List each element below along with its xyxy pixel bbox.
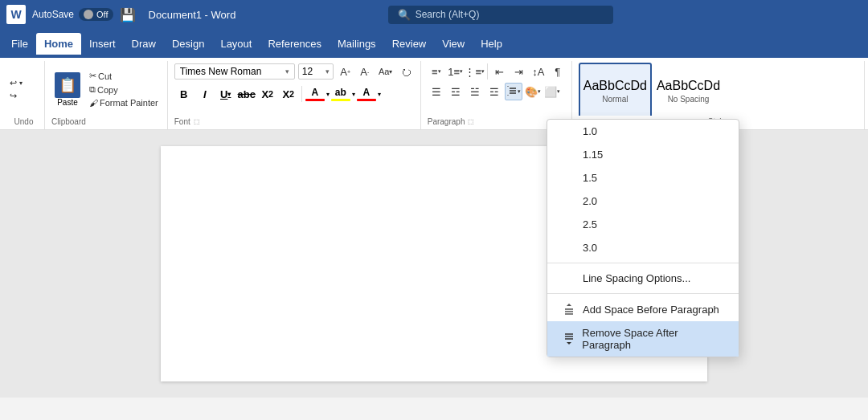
paragraph-expand-icon[interactable]: ⬚ [468, 118, 474, 125]
font-shading-button[interactable]: A [357, 84, 376, 104]
clipboard-group-label: Clipboard [51, 117, 162, 128]
line-spacing-chevron: ▾ [518, 88, 521, 95]
highlight-button[interactable]: ab [331, 84, 350, 104]
font-size-chevron: ▾ [326, 67, 330, 75]
align-left-button[interactable]: ☰ [428, 83, 445, 100]
menu-insert[interactable]: Insert [81, 33, 124, 55]
paste-button[interactable]: 📋 Paste [51, 69, 84, 110]
ls-item-3-0[interactable]: 3.0 [547, 236, 739, 259]
subscript-button[interactable]: X2 [258, 84, 277, 104]
font-family-selector[interactable]: Times New Roman ▾ [174, 63, 295, 80]
undo-chevron: ▾ [19, 80, 23, 87]
change-case-button[interactable]: Aa▾ [377, 63, 395, 80]
autosave-section: AutoSave Off [32, 8, 113, 21]
menu-mailings[interactable]: Mailings [330, 33, 384, 55]
multilevel-button[interactable]: ⋮≡▾ [466, 63, 484, 80]
justify-button[interactable]: ☲ [485, 83, 503, 100]
ls-options-label: Line Spacing Options... [583, 272, 690, 284]
save-icon[interactable]: 💾 [120, 7, 136, 22]
format-buttons: B I U▾ abc X2 X2 A ▾ ab ▾ [174, 84, 381, 104]
line-spacing-dropdown: 1.0 1.15 1.5 2.0 2.5 3.0 Line Spacing Op… [547, 119, 739, 357]
svg-marker-4 [507, 95, 509, 96]
undo-button[interactable]: ↩ ▾ [8, 77, 24, 89]
menu-draw[interactable]: Draw [124, 33, 164, 55]
clipboard-group-content: 📋 Paste ✂ Cut ⧉ Copy 🖌 Format Painter [51, 63, 162, 116]
increase-indent-button[interactable]: ⇥ [510, 63, 528, 80]
menu-home[interactable]: Home [36, 33, 81, 55]
clear-formatting-button[interactable]: ⭮ [398, 63, 416, 80]
ls-item-1-5[interactable]: 1.5 [547, 166, 739, 190]
ls-1-0-label: 1.0 [583, 125, 597, 137]
para-sep1 [487, 63, 488, 80]
autosave-toggle[interactable]: Off [79, 8, 113, 21]
ls-options-item[interactable]: Line Spacing Options... [547, 267, 739, 290]
cut-icon: ✂ [89, 71, 96, 81]
para-row1: ≡▾ 1≡▾ ⋮≡▾ ⇤ ⇥ ↕A ¶ [428, 63, 567, 80]
align-right-button[interactable]: ☱ [466, 83, 484, 100]
ls-add-before-label: Add Space Before Paragraph [583, 304, 719, 316]
ls-item-2-0[interactable]: 2.0 [547, 190, 739, 213]
ls-3-0-label: 3.0 [583, 242, 597, 254]
superscript-button[interactable]: X2 [279, 84, 298, 104]
style-no-spacing-preview: AaBbCcDd [657, 79, 720, 93]
copy-button[interactable]: ⧉ Copy [87, 84, 161, 96]
style-normal-label: Normal [602, 95, 628, 104]
clipboard-group: 📋 Paste ✂ Cut ⧉ Copy 🖌 Format Painter Cl… [47, 61, 168, 129]
borders-button[interactable]: ⬜▾ [543, 83, 561, 100]
font-expand-icon[interactable]: ⬚ [194, 118, 200, 125]
underline-button[interactable]: U▾ [216, 84, 235, 104]
ls-remove-after-item[interactable]: Remove Space After Paragraph [547, 321, 739, 357]
font-color-button[interactable]: A [305, 84, 325, 104]
cut-button[interactable]: ✂ Cut [87, 70, 161, 82]
menu-design[interactable]: Design [164, 33, 212, 55]
strikethrough-button[interactable]: abc [237, 84, 256, 104]
show-marks-button[interactable]: ¶ [549, 63, 567, 80]
ls-divider2 [547, 293, 739, 294]
menu-help[interactable]: Help [473, 33, 510, 55]
highlight-icon: ab [335, 87, 346, 98]
word-letter: W [10, 8, 21, 21]
style-normal[interactable]: AaBbCcDd Normal [579, 63, 652, 116]
menu-view[interactable]: View [434, 33, 473, 55]
font-row2: B I U▾ abc X2 X2 A ▾ ab ▾ [174, 84, 416, 104]
menu-file[interactable]: File [3, 33, 36, 55]
clipboard-right: ✂ Cut ⧉ Copy 🖌 Format Painter [85, 68, 162, 110]
font-shrink-button[interactable]: A- [356, 63, 374, 80]
menu-references[interactable]: References [260, 33, 329, 55]
menu-review[interactable]: Review [384, 33, 435, 55]
ls-2-0-label: 2.0 [583, 195, 597, 207]
paste-label: Paste [57, 98, 78, 107]
align-center-button[interactable]: ☲ [447, 83, 465, 100]
highlight-chevron[interactable]: ▾ [352, 91, 355, 98]
ls-item-1-0[interactable]: 1.0 [547, 120, 739, 143]
ls-add-before-icon [562, 303, 576, 316]
sort-button[interactable]: ↕A [530, 63, 547, 80]
font-grow-button[interactable]: A+ [337, 63, 354, 80]
format-painter-button[interactable]: 🖌 Format Painter [87, 97, 161, 108]
ls-add-before-item[interactable]: Add Space Before Paragraph [547, 297, 739, 321]
redo-button[interactable]: ↪ [8, 90, 24, 102]
ls-item-1-15[interactable]: 1.15 [547, 143, 739, 166]
shading-para-button[interactable]: 🎨▾ [524, 83, 542, 100]
undo-buttons: ↩ ▾ ↪ [8, 77, 24, 102]
search-box[interactable]: 🔍 Search (Alt+Q) [388, 6, 613, 24]
undo-icon: ↩ [10, 78, 17, 88]
decrease-indent-button[interactable]: ⇤ [491, 63, 509, 80]
ls-1-5-label: 1.5 [583, 172, 597, 184]
menubar: File Home Insert Draw Design Layout Refe… [0, 29, 868, 58]
ls-remove-after-label: Remove Space After Paragraph [582, 327, 724, 351]
ls-2-5-label: 2.5 [583, 218, 597, 230]
bold-button[interactable]: B [174, 84, 194, 104]
numbering-button[interactable]: 1≡▾ [447, 63, 465, 80]
shading-chevron[interactable]: ▾ [378, 91, 381, 98]
menu-layout[interactable]: Layout [212, 33, 260, 55]
font-size-selector[interactable]: 12 ▾ [298, 63, 334, 80]
ls-item-2-5[interactable]: 2.5 [547, 213, 739, 236]
italic-button[interactable]: I [195, 84, 215, 104]
font-color-chevron[interactable]: ▾ [326, 91, 330, 98]
style-no-spacing[interactable]: AaBbCcDd No Spacing [652, 63, 725, 116]
bullets-button[interactable]: ≡▾ [428, 63, 445, 80]
line-spacing-button[interactable]: ▾ [505, 83, 522, 100]
font-family-value: Times New Roman [180, 66, 262, 77]
undo-group: ↩ ▾ ↪ Undo [3, 61, 45, 129]
